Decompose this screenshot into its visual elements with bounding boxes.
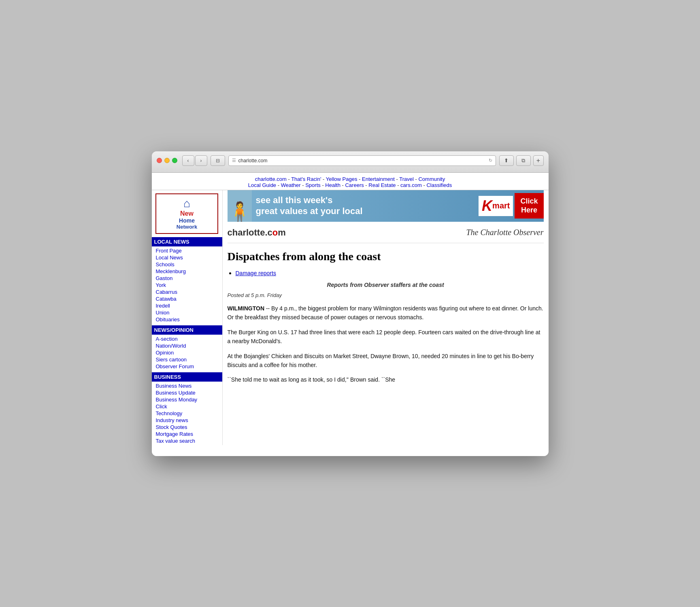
tab-icon: ⊟ bbox=[216, 158, 220, 163]
sidebar-item-stock-quotes[interactable]: Stock Quotes bbox=[152, 424, 222, 431]
close-button[interactable] bbox=[157, 158, 162, 163]
sidebar-item-catawba[interactable]: Catawba bbox=[152, 295, 222, 302]
back-button[interactable]: ‹ bbox=[182, 155, 194, 166]
sidebar-links-business: Business News Business Update Business M… bbox=[152, 382, 222, 445]
sidebar-item-cabarrus[interactable]: Cabarrus bbox=[152, 289, 222, 295]
share-button[interactable]: ⬆ bbox=[499, 155, 514, 166]
sidebar-item-mortgage-rates[interactable]: Mortgage Rates bbox=[152, 431, 222, 437]
sidebar-item-technology[interactable]: Technology bbox=[152, 410, 222, 417]
nav-link-realestate[interactable]: Real Estate bbox=[368, 182, 396, 188]
nav-buttons: ‹ › bbox=[182, 155, 207, 166]
logo-text-home: Home bbox=[177, 217, 197, 224]
charlotte-logo: charlotte.com bbox=[228, 227, 286, 238]
banner-ad[interactable]: 🧍 see all this week's great values at yo… bbox=[228, 190, 544, 222]
sidebar-item-click[interactable]: Click bbox=[152, 403, 222, 410]
article-subhead: Reports from Observer staffers at the co… bbox=[228, 282, 544, 288]
nav-link-charlotte[interactable]: charlotte.com bbox=[255, 176, 287, 182]
traffic-lights bbox=[157, 158, 177, 163]
toolbar-right: ⬆ ⧉ + bbox=[499, 155, 544, 166]
sidebar-item-front-page[interactable]: Front Page bbox=[152, 247, 222, 254]
logo-text-network: Network bbox=[177, 224, 197, 230]
back-icon: ‹ bbox=[187, 157, 189, 163]
sidebar-item-local-news[interactable]: Local News bbox=[152, 254, 222, 261]
browser-titlebar: ‹ › ⊟ ☰ charlotte.com ↻ ⬆ ⧉ bbox=[157, 155, 544, 166]
article-title: Dispatches from along the coast bbox=[228, 250, 544, 263]
house-icon: ⌂ bbox=[177, 197, 197, 210]
nav-link-localguide[interactable]: Local Guide bbox=[248, 182, 276, 188]
sidebar-item-industry-news[interactable]: Industry news bbox=[152, 417, 222, 424]
nav-link-community[interactable]: Community bbox=[418, 176, 445, 182]
sidebar-item-opinion[interactable]: Opinion bbox=[152, 349, 222, 356]
reload-icon[interactable]: ↻ bbox=[489, 158, 492, 163]
logo-dot: o bbox=[272, 227, 278, 238]
nav-link-classifieds[interactable]: Classifieds bbox=[426, 182, 452, 188]
minimize-button[interactable] bbox=[164, 158, 170, 163]
sidebar-item-obituaries[interactable]: Obituaries bbox=[152, 316, 222, 323]
banner-person-image: 🧍 bbox=[228, 190, 252, 222]
top-nav-row1: charlotte.com - That's Racin' - Yellow P… bbox=[152, 176, 549, 182]
page-layout: ⌂ New Home Network LOCAL NEWS Front Page… bbox=[152, 190, 549, 445]
top-nav-row2: Local Guide - Weather - Sports - Health … bbox=[152, 182, 549, 188]
kmart-logo: K mart bbox=[479, 196, 513, 216]
nav-link-weather[interactable]: Weather bbox=[281, 182, 301, 188]
sidebar-item-a-section[interactable]: A-section bbox=[152, 335, 222, 342]
sidebar-logo[interactable]: ⌂ New Home Network bbox=[155, 193, 218, 234]
banner-line1: see all this week's bbox=[256, 195, 475, 206]
nav-link-carscom[interactable]: cars.com bbox=[400, 182, 422, 188]
forward-button[interactable]: › bbox=[195, 155, 207, 166]
browser-content: charlotte.com - That's Racin' - Yellow P… bbox=[152, 173, 549, 456]
list-icon: ☰ bbox=[232, 158, 236, 163]
main-content: 🧍 see all this week's great values at yo… bbox=[223, 190, 549, 445]
browser-chrome: ‹ › ⊟ ☰ charlotte.com ↻ ⬆ ⧉ bbox=[152, 151, 549, 173]
banner-line2: great values at your local bbox=[256, 206, 475, 216]
sidebar-item-nation-world[interactable]: Nation/World bbox=[152, 342, 222, 349]
sidebar-item-york[interactable]: York bbox=[152, 282, 222, 289]
sidebar-header-local-news: LOCAL NEWS bbox=[152, 237, 222, 246]
article-paragraph-4: ``She told me to wait as long as it took… bbox=[228, 375, 544, 384]
sidebar-links-news-opinion: A-section Nation/World Opinion Siers car… bbox=[152, 335, 222, 371]
tabs-button[interactable]: ⧉ bbox=[516, 155, 531, 166]
nav-link-travel[interactable]: Travel bbox=[399, 176, 414, 182]
article-paragraph-1: WILMINGTON -- By 4 p.m., the biggest pro… bbox=[228, 304, 544, 322]
maximize-button[interactable] bbox=[172, 158, 177, 163]
kmart-mart-text: mart bbox=[492, 201, 510, 210]
sidebar-item-union[interactable]: Union bbox=[152, 309, 222, 316]
nav-link-sports[interactable]: Sports bbox=[305, 182, 321, 188]
sidebar-item-schools[interactable]: Schools bbox=[152, 261, 222, 268]
sidebar-item-business-update[interactable]: Business Update bbox=[152, 389, 222, 396]
sidebar-item-observer-forum[interactable]: Observer Forum bbox=[152, 363, 222, 370]
top-nav: charlotte.com - That's Racin' - Yellow P… bbox=[152, 173, 549, 190]
new-tab-button[interactable]: + bbox=[533, 155, 544, 166]
site-header: charlotte.com The Charlotte Observer bbox=[228, 224, 544, 243]
browser-window: ‹ › ⊟ ☰ charlotte.com ↻ ⬆ ⧉ bbox=[152, 151, 549, 456]
tabs-icon: ⧉ bbox=[521, 157, 525, 164]
address-bar[interactable]: ☰ charlotte.com ↻ bbox=[228, 155, 496, 166]
kmart-k-letter: K bbox=[482, 197, 492, 214]
sidebar-links-local-news: Front Page Local News Schools Mecklenbur… bbox=[152, 246, 222, 324]
tab-view-button[interactable]: ⊟ bbox=[211, 155, 225, 166]
new-tab-icon: + bbox=[536, 157, 540, 164]
article-paragraph-3: At the Bojangles' Chicken and Biscuits o… bbox=[228, 352, 544, 370]
sidebar-item-iredell[interactable]: Iredell bbox=[152, 302, 222, 309]
sidebar-header-business: BUSINESS bbox=[152, 372, 222, 382]
nav-link-health[interactable]: Health bbox=[325, 182, 340, 188]
article-bullet-list: Damage reports bbox=[236, 270, 544, 277]
damage-reports-link[interactable]: Damage reports bbox=[236, 270, 276, 276]
banner-click-here[interactable]: ClickHere bbox=[515, 193, 543, 219]
banner-text: see all this week's great values at your… bbox=[252, 192, 479, 220]
person-icon: 🧍 bbox=[228, 202, 252, 222]
article-paragraph-2: The Burger King on U.S. 17 had three lin… bbox=[228, 328, 544, 346]
forward-icon: › bbox=[200, 157, 202, 163]
sidebar-item-gaston[interactable]: Gaston bbox=[152, 275, 222, 282]
nav-link-thatsracin[interactable]: That's Racin' bbox=[291, 176, 321, 182]
sidebar-item-mecklenburg[interactable]: Mecklenburg bbox=[152, 268, 222, 275]
nav-link-careers[interactable]: Careers bbox=[345, 182, 364, 188]
sidebar-item-business-news[interactable]: Business News bbox=[152, 382, 222, 389]
sidebar-item-tax-value-search[interactable]: Tax value search bbox=[152, 437, 222, 444]
sidebar-item-siers-cartoon[interactable]: Siers cartoon bbox=[152, 356, 222, 363]
nav-link-entertainment[interactable]: Entertainment bbox=[362, 176, 395, 182]
logo-text-new: New bbox=[177, 210, 197, 217]
sidebar-header-news-opinion: NEWS/OPINION bbox=[152, 325, 222, 335]
sidebar-item-business-monday[interactable]: Business Monday bbox=[152, 396, 222, 403]
nav-link-yellowpages[interactable]: Yellow Pages bbox=[326, 176, 357, 182]
